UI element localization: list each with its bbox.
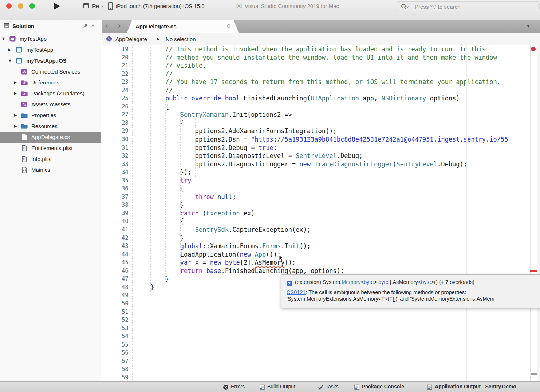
code-line-25[interactable]: 25 public override bool FinishedLaunchin…	[102, 94, 540, 103]
code-line-31[interactable]: 31 options2.Debug = true;	[102, 144, 540, 152]
code-line-22[interactable]: 22 //	[102, 70, 540, 78]
navigate-back-button[interactable]: ‹	[105, 21, 108, 31]
code-line-35[interactable]: 35 try	[102, 177, 540, 185]
line-number[interactable]: 32	[102, 152, 129, 160]
line-number[interactable]: 51	[102, 308, 129, 316]
line-number[interactable]: 39	[102, 209, 129, 218]
expand-arrow-icon[interactable]: ▶	[8, 47, 11, 52]
line-number[interactable]: 40	[102, 217, 129, 226]
search-input[interactable]: Press '^,' to search	[397, 1, 540, 11]
run-button[interactable]	[54, 3, 60, 10]
line-number[interactable]: 59	[102, 373, 129, 381]
expand-arrow-icon[interactable]: ▶	[14, 80, 17, 85]
code-line-23[interactable]: 23 // You have 17 seconds to return from…	[102, 78, 540, 86]
sentry-dsn-link[interactable]: https://5a193123a9b841bc8d8e42531e7242a1…	[255, 136, 508, 143]
collapse-arrow-icon[interactable]: ▼	[8, 58, 12, 63]
line-number[interactable]: 24	[102, 86, 129, 95]
line-number[interactable]: 45	[102, 258, 129, 267]
line-number[interactable]: 50	[102, 300, 129, 308]
line-number[interactable]: 52	[102, 316, 129, 324]
expand-arrow-icon[interactable]: ▶	[14, 124, 17, 128]
line-number[interactable]: 34	[102, 168, 129, 177]
error-code-link[interactable]: CS0121	[287, 289, 306, 295]
code-line-32[interactable]: 32 options2.DiagnosticLevel = SentryLeve…	[102, 152, 540, 160]
expand-arrow-icon[interactable]: ▶	[14, 113, 17, 118]
code-line-40[interactable]: 40 {	[102, 217, 540, 226]
line-number[interactable]: 38	[102, 201, 129, 209]
collapse-arrow-icon[interactable]: ▼	[1, 36, 5, 41]
line-number[interactable]: 19	[102, 45, 129, 54]
code-line-29[interactable]: 29 options2.AddXamarinFormsIntegration()…	[102, 127, 540, 135]
sidebar-item-assets-xcassets[interactable]: Assets.xcassets	[0, 99, 101, 110]
code-line-53[interactable]: 53	[102, 324, 540, 333]
code-line-33[interactable]: 33 options2.DiagnosticLogger = new Trace…	[102, 160, 540, 169]
code-line-30[interactable]: 30 options2.Dsn = "https://5a193123a9b84…	[102, 135, 540, 144]
line-number[interactable]: 46	[102, 267, 129, 275]
configuration-selector[interactable]: Re	[92, 3, 99, 9]
sidebar-item-mytestapp[interactable]: ▼myTestApp	[0, 33, 101, 44]
line-number[interactable]: 41	[102, 226, 129, 234]
code-line-51[interactable]: 51	[102, 308, 540, 316]
line-number[interactable]: 53	[102, 324, 129, 333]
code-line-38[interactable]: 38 }	[102, 201, 540, 209]
code-line-24[interactable]: 24 //	[102, 86, 540, 95]
close-window-button[interactable]	[6, 3, 12, 9]
navigate-forward-button[interactable]: ›	[118, 21, 121, 31]
code-line-46[interactable]: 46 return base.FinishedLaunching(app, op…	[102, 267, 540, 275]
line-number[interactable]: 35	[102, 177, 129, 185]
line-number[interactable]: 42	[102, 234, 129, 242]
pin-panel-icon[interactable]	[83, 23, 88, 28]
breadcrumb-item-class[interactable]: AppDelegate	[115, 36, 147, 42]
code-line-59[interactable]: 59	[102, 373, 540, 381]
sidebar-item-mytestapp[interactable]: ▶myTestApp	[0, 44, 101, 55]
code-line-26[interactable]: 26 {	[102, 103, 540, 111]
line-number[interactable]: 37	[102, 193, 129, 201]
code-line-27[interactable]: 27 SentryXamarin.Init(options2 =>	[102, 111, 540, 119]
minimize-window-button[interactable]	[18, 3, 23, 9]
close-panel-icon[interactable]: ×	[91, 22, 95, 29]
code-line-28[interactable]: 28 {	[102, 119, 540, 127]
code-line-41[interactable]: 41 SentrySdk.CaptureException(ex);	[102, 226, 540, 234]
line-number[interactable]: 49	[102, 291, 129, 300]
code-line-37[interactable]: 37 throw null;	[102, 193, 540, 201]
line-number[interactable]: 23	[102, 78, 129, 86]
line-number[interactable]: 43	[102, 242, 129, 250]
sidebar-item-connected-services[interactable]: Connected Services	[0, 66, 101, 77]
line-number[interactable]: 22	[102, 70, 129, 78]
line-number[interactable]: 56	[102, 349, 129, 357]
code-line-19[interactable]: 19 // This method is invoked when the ap…	[102, 45, 540, 54]
line-number[interactable]: 44	[102, 250, 129, 259]
line-number[interactable]: 28	[102, 119, 129, 127]
zoom-window-button[interactable]	[29, 3, 35, 9]
code-line-20[interactable]: 20 // method you should instantiate the …	[102, 54, 540, 62]
editor-scrollbar[interactable]	[537, 45, 540, 381]
line-number[interactable]: 47	[102, 275, 129, 283]
code-line-21[interactable]: 21 // visible.	[102, 62, 540, 70]
code-line-36[interactable]: 36 {	[102, 185, 540, 193]
code-line-34[interactable]: 34 });	[102, 168, 540, 177]
code-line-45[interactable]: 45 var x = new byte[2].AsMemory();	[102, 258, 540, 267]
sidebar-item-mytestapp-ios[interactable]: ▼myTestApp.iOS	[0, 55, 101, 66]
line-number[interactable]: 54	[102, 332, 129, 341]
code-line-58[interactable]: 58	[102, 365, 540, 373]
code-line-55[interactable]: 55	[102, 341, 540, 349]
line-number[interactable]: 25	[102, 94, 129, 103]
line-number[interactable]: 57	[102, 357, 129, 365]
line-number[interactable]: 55	[102, 341, 129, 349]
code-line-57[interactable]: 57	[102, 357, 540, 365]
line-number[interactable]: 29	[102, 127, 129, 135]
pad-button-errors[interactable]: Errors	[223, 384, 245, 391]
line-number[interactable]: 27	[102, 111, 129, 119]
pad-button-application-output-sentry-demo[interactable]: Application Output - Sentry.Demo	[427, 384, 516, 391]
breadcrumb-item-member[interactable]: No selection	[166, 36, 196, 42]
code-editor[interactable]: 19 // This method is invoked when the ap…	[102, 45, 540, 381]
line-number[interactable]: 30	[102, 135, 129, 144]
code-line-44[interactable]: 44 LoadApplication(new App());	[102, 250, 540, 259]
sidebar-item-packages-2-updates-[interactable]: ▶Packages (2 updates)	[0, 88, 101, 99]
pad-button-tasks[interactable]: Tasks	[318, 384, 339, 391]
sidebar-item-info-plist[interactable]: Info.plist	[0, 154, 101, 165]
expand-arrow-icon[interactable]: ▶	[14, 91, 17, 96]
line-number[interactable]: 33	[102, 160, 129, 169]
code-line-56[interactable]: 56	[102, 349, 540, 357]
pad-button-build-output[interactable]: Build Output	[259, 384, 295, 391]
